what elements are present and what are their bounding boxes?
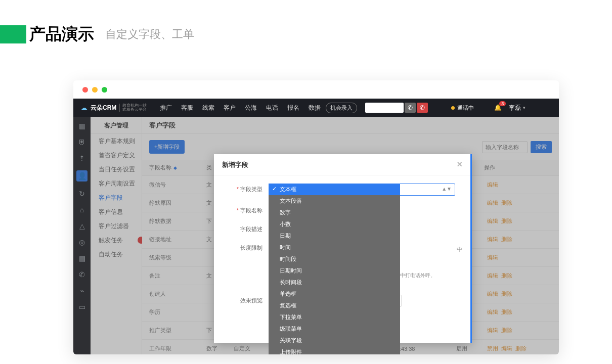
op-编辑[interactable]: 编辑 [487, 254, 498, 260]
sidebar-item-1[interactable]: 首咨客户定义 [91, 148, 142, 162]
chevron-down-icon[interactable]: ▾ [523, 105, 526, 110]
option-10[interactable]: 复选框 [269, 300, 400, 311]
sidebar-item-4[interactable]: 客户字段 [91, 191, 142, 205]
op-编辑[interactable]: 编辑 [501, 345, 512, 351]
op-编辑[interactable]: 编辑 [487, 291, 498, 297]
top-search-input[interactable] [365, 103, 404, 113]
nav-item-0[interactable]: 推广 [160, 104, 172, 112]
op-编辑[interactable]: 编辑 [487, 200, 498, 206]
op-删除[interactable]: 删除 [501, 291, 512, 297]
sidebar-item-2[interactable]: 当日任务设置 [91, 162, 142, 176]
maximize-dot-icon[interactable] [102, 87, 107, 93]
option-2[interactable]: 数字 [269, 207, 400, 218]
brand-logo[interactable]: ☁ 云朵CRM 教育机构一站式服务云平台 [80, 104, 147, 112]
preview-label: 效果预览 [229, 295, 269, 304]
sidebar-item-6[interactable]: 客户过滤器 [91, 219, 142, 233]
op-删除[interactable]: 删除 [501, 236, 512, 242]
nav-item-4[interactable]: 公海 [245, 104, 257, 112]
nav-item-6[interactable]: 报名 [287, 104, 299, 112]
option-1[interactable]: 文本段落 [269, 195, 400, 207]
brand-name: 云朵CRM [91, 104, 116, 112]
field-type-label: 字段类型 [229, 184, 269, 193]
ops-cell: 编辑删除 [481, 267, 559, 285]
accent-block [0, 25, 26, 43]
field-name-label: 字段名称 [229, 205, 269, 214]
cell: 链接地址 [142, 231, 203, 249]
opportunity-entry-button[interactable]: 机会录入 [326, 103, 357, 113]
user-icon[interactable]: 👤 [76, 170, 88, 181]
option-12[interactable]: 级联菜单 [269, 323, 400, 335]
option-9[interactable]: 单选框 [269, 288, 400, 300]
op-删除[interactable]: 删除 [501, 309, 512, 315]
call-status: 通话中 [457, 104, 474, 112]
option-3[interactable]: 小数 [269, 218, 400, 230]
slide-title: 产品演示 [29, 23, 94, 46]
chart-icon[interactable]: ⇡ [78, 154, 86, 162]
home-icon[interactable]: ⌂ [78, 206, 86, 214]
nav-item-1[interactable]: 客服 [181, 104, 193, 112]
sidebar-item-7[interactable]: 触发任务 [91, 233, 142, 247]
target-icon[interactable]: ◎ [78, 238, 86, 246]
sidebar-item-0[interactable]: 客户基本规则 [91, 134, 142, 148]
minimize-dot-icon[interactable] [92, 87, 98, 93]
icon-rail: ▦⛨⇡👤↻⌂△◎▤✆⌁▭ [73, 117, 91, 354]
brand-tagline: 教育机构一站式服务云平台 [119, 104, 147, 112]
ops-cell: 编辑删除 [481, 194, 559, 212]
option-0[interactable]: 文本框 [269, 184, 400, 195]
option-8[interactable]: 长时间段 [269, 277, 400, 288]
call-button[interactable]: ✆ [405, 103, 416, 113]
col-6[interactable]: 操作 [481, 160, 559, 176]
loop-icon[interactable]: ↻ [78, 190, 86, 198]
option-11[interactable]: 下拉菜单 [269, 311, 400, 323]
option-5[interactable]: 时间 [269, 242, 400, 253]
top-nav: 推广客服线索客户公海电话报名数据 [160, 104, 321, 112]
sidebar-item-3[interactable]: 客户周期设置 [91, 176, 142, 191]
nav-item-5[interactable]: 电话 [266, 104, 278, 112]
option-7[interactable]: 日期时间 [269, 265, 400, 277]
modal-title: 新增字段 [222, 160, 248, 169]
trailing-char: 中 [457, 246, 462, 253]
nav-item-2[interactable]: 线索 [202, 104, 214, 112]
op-删除[interactable]: 删除 [501, 272, 512, 279]
op-编辑[interactable]: 编辑 [487, 181, 498, 188]
op-编辑[interactable]: 编辑 [487, 327, 498, 333]
user-name[interactable]: 李磊 [509, 104, 521, 112]
op-编辑[interactable]: 编辑 [487, 218, 498, 224]
field-search-input[interactable] [482, 141, 528, 153]
card-icon[interactable]: ▭ [78, 303, 86, 311]
col-0[interactable]: 字段名称◆ [142, 160, 203, 176]
option-6[interactable]: 时间段 [269, 253, 400, 265]
select-arrows-icon: ▲▼ [442, 186, 452, 192]
op-删除[interactable]: 删除 [515, 345, 527, 351]
sort-icon[interactable]: ◆ [173, 165, 177, 170]
nav-item-3[interactable]: 客户 [224, 104, 236, 112]
search-button[interactable]: 搜索 [531, 141, 552, 153]
op-编辑[interactable]: 编辑 [487, 309, 498, 315]
grid-icon[interactable]: ▦ [78, 122, 86, 130]
nav-item-7[interactable]: 数据 [309, 104, 321, 112]
sidebar-heading: 客户管理 [91, 117, 142, 134]
close-dot-icon[interactable] [82, 87, 88, 93]
op-禁用[interactable]: 禁用 [487, 345, 498, 351]
option-4[interactable]: 日期 [269, 230, 400, 242]
app-window: ☁ 云朵CRM 教育机构一站式服务云平台 推广客服线索客户公海电话报名数据 机会… [73, 80, 559, 354]
notification-bell[interactable]: 🔔 3 [494, 104, 502, 111]
op-删除[interactable]: 删除 [501, 200, 512, 206]
hangup-button[interactable]: ✆ [417, 103, 428, 113]
option-13[interactable]: 关联字段 [269, 335, 400, 346]
shield-icon[interactable]: ⛨ [78, 138, 86, 146]
op-编辑[interactable]: 编辑 [487, 272, 498, 279]
option-14[interactable]: 上传附件 [269, 346, 400, 354]
close-icon[interactable]: × [457, 159, 462, 170]
sidebar-item-8[interactable]: 自动任务 [91, 247, 142, 261]
ops-cell: 编辑删除 [481, 212, 559, 231]
op-编辑[interactable]: 编辑 [487, 236, 498, 242]
op-删除[interactable]: 删除 [501, 218, 512, 224]
tag-icon[interactable]: ⌁ [78, 287, 86, 295]
op-删除[interactable]: 删除 [501, 327, 512, 333]
sidebar-item-5[interactable]: 客户信息 [91, 205, 142, 219]
doc-icon[interactable]: ▤ [78, 254, 86, 262]
warn-icon[interactable]: △ [78, 222, 86, 230]
phone-icon[interactable]: ✆ [78, 270, 86, 279]
add-field-button[interactable]: +新增字段 [149, 140, 185, 154]
